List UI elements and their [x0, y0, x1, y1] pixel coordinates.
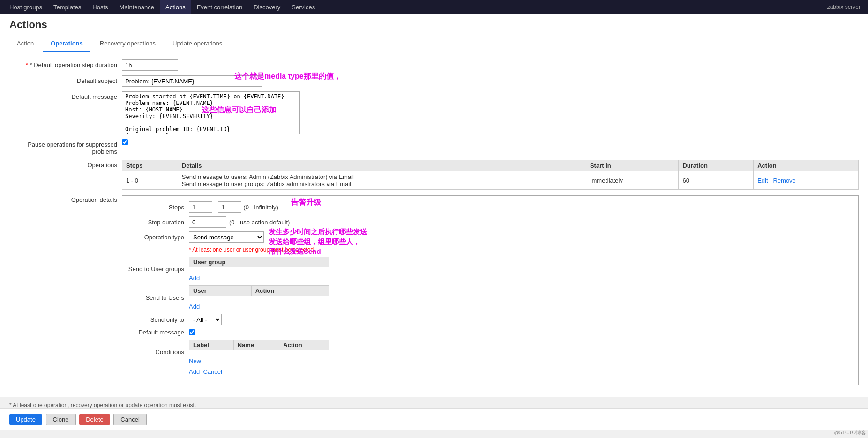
steps-note: (0 - infinitely) [243, 204, 278, 211]
tab-recovery-operations[interactable]: Recovery operations [92, 36, 163, 52]
server-name: zabbix server [827, 4, 864, 10]
send-user-groups-label: Send to User groups [128, 266, 189, 273]
nav-actions[interactable]: Actions [160, 0, 191, 14]
default-message-row: Default message Problem started at {EVEN… [9, 91, 859, 134]
conditions-label: Conditions [128, 349, 189, 356]
default-message-checkbox-row: Default message [128, 329, 853, 336]
cond-col-name: Name [233, 340, 279, 350]
default-subject-label: Default subject [9, 75, 122, 84]
page-title: Actions [0, 14, 868, 36]
nav-host-groups[interactable]: Host groups [4, 0, 48, 14]
nav-event-correlation[interactable]: Event correlation [191, 0, 248, 14]
op-steps-label: Steps [128, 204, 189, 211]
ops-row-details: Send message to users: Admin (Zabbix Adm… [178, 171, 586, 190]
su-col-action: Action [251, 286, 329, 296]
add-cancel-row: Add Cancel [128, 368, 853, 375]
update-button[interactable]: Update [9, 414, 42, 425]
send-only-to-label: Send only to [128, 316, 189, 323]
nav-hosts[interactable]: Hosts [87, 0, 113, 14]
remove-link[interactable]: Remove [773, 177, 795, 184]
watermark: @51CTO博客 [834, 429, 866, 430]
op-step-duration-label: Step duration [128, 219, 189, 226]
annotation-can-add: 这些信息可以自己添加 [202, 105, 277, 115]
cond-col-action: Action [279, 340, 329, 350]
operations-table: Steps Details Start in Duration Action 1… [122, 160, 859, 190]
default-message-chk-label: Default message [128, 329, 189, 336]
nav-discovery[interactable]: Discovery [248, 0, 286, 14]
steps-dash: - [214, 204, 216, 211]
operations-content: Steps Details Start in Duration Action 1… [122, 160, 859, 190]
send-users-table: User Action [189, 285, 329, 296]
tabs-bar: Action Operations Recovery operations Up… [0, 36, 868, 52]
conditions-new-link[interactable]: New [189, 357, 201, 364]
op-details-label: Operation details [9, 194, 122, 203]
ug-col-group: User group [189, 257, 329, 267]
annotation-alert-escalation: 告警升级 [291, 198, 321, 208]
op-type-label: Operation type [128, 234, 189, 241]
ops-col-steps: Steps [122, 160, 178, 171]
ops-row-action: Edit Remove [754, 171, 859, 190]
ops-col-duration: Duration [679, 160, 754, 171]
op-details-section: Operation details Steps - (0 - infinitel… [9, 194, 859, 385]
step-duration-input[interactable] [189, 216, 226, 228]
table-row: 1 - 0 Send message to users: Admin (Zabb… [122, 171, 859, 190]
op-steps-row: Steps - (0 - infinitely) 告警升级 [128, 201, 853, 213]
ops-row-startin: Immediately [586, 171, 679, 190]
clone-button[interactable]: Clone [46, 414, 76, 425]
steps-group: - (0 - infinitely) [189, 201, 278, 213]
top-navigation: Host groups Templates Hosts Maintenance … [0, 0, 868, 14]
op-details-content: Steps - (0 - infinitely) 告警升级 Step durat… [122, 194, 859, 385]
ops-col-details: Details [178, 160, 586, 171]
operations-label: Operations [9, 160, 122, 169]
op-details-box: Steps - (0 - infinitely) 告警升级 Step durat… [122, 195, 859, 385]
default-message-label: Default message [9, 91, 122, 100]
ops-col-action: Action [754, 160, 859, 171]
send-only-to-select[interactable]: - All -EmailSMSJabber [189, 314, 222, 325]
bottom-buttons: Update Clone Delete Cancel [0, 408, 868, 430]
send-user-groups-area: User group Add [189, 257, 329, 282]
tab-update-operations[interactable]: Update operations [165, 36, 230, 52]
annotation-media-type: 这个就是media type那里的值， [234, 72, 341, 82]
send-user-groups-table: User group [189, 257, 329, 267]
conditions-area: Label Name Action New [189, 340, 329, 364]
step-duration-input[interactable] [122, 59, 178, 71]
operations-section: Operations Steps Details Start in Durati… [9, 160, 859, 190]
su-col-user: User [189, 286, 252, 296]
form-area: * * Default operation step duration Defa… [0, 52, 868, 397]
step-duration-note: (0 - use action default) [229, 219, 290, 226]
pause-operations-row: Pause operations for suppressed problems [9, 139, 859, 155]
default-subject-row: Default subject 这个就是media type那里的值， [9, 75, 859, 87]
nav-templates[interactable]: Templates [48, 0, 87, 14]
op-type-select[interactable]: Send messageRemote command [189, 231, 264, 243]
step-duration-row: * * Default operation step duration [9, 59, 859, 71]
delete-button[interactable]: Delete [79, 414, 110, 425]
default-message-checkbox[interactable] [189, 329, 195, 335]
pause-operations-checkbox[interactable] [122, 139, 128, 145]
op-step-duration-row: Step duration (0 - use action default) [128, 216, 853, 228]
steps-to-input[interactable] [218, 201, 241, 213]
annotation-send-info: 发生多少时间之后执行哪些发送 发送给哪些组，组里哪些人， 用什么发送Send [269, 227, 367, 256]
ops-col-startin: Start in [586, 160, 679, 171]
nav-services[interactable]: Services [286, 0, 321, 14]
edit-link[interactable]: Edit [757, 177, 768, 184]
step-duration-label: * * Default operation step duration [9, 59, 122, 68]
send-user-groups-row: Send to User groups User group [128, 257, 853, 282]
tab-operations[interactable]: Operations [43, 36, 90, 52]
send-users-area: User Action Add [189, 285, 329, 310]
ops-row-duration: 60 [679, 171, 754, 190]
add-user-link[interactable]: Add [189, 303, 200, 310]
cancel-button[interactable]: Cancel [113, 414, 146, 425]
cancel-link[interactable]: Cancel [203, 368, 222, 375]
add-user-group-link[interactable]: Add [189, 275, 200, 282]
send-users-row: Send to Users User Action [128, 285, 853, 310]
footer-note: * At least one operation, recovery opera… [0, 402, 868, 408]
op-type-row: Operation type Send messageRemote comman… [128, 231, 853, 243]
steps-from-input[interactable] [189, 201, 212, 213]
send-only-to-row: Send only to - All -EmailSMSJabber [128, 314, 853, 325]
tab-action[interactable]: Action [9, 36, 41, 52]
nav-maintenance[interactable]: Maintenance [114, 0, 160, 14]
ops-row-steps: 1 - 0 [122, 171, 178, 190]
add-link[interactable]: Add [189, 368, 200, 375]
pause-operations-label: Pause operations for suppressed problems [9, 139, 122, 155]
cond-col-label: Label [189, 340, 234, 350]
